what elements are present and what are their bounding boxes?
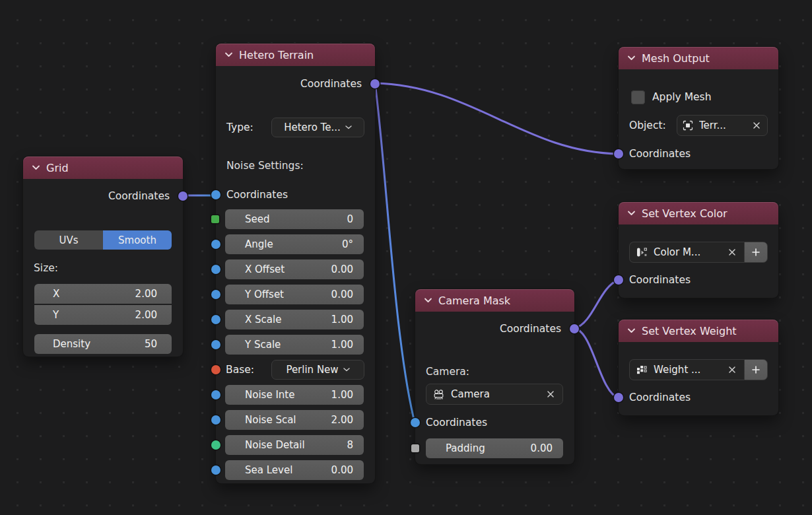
uv-smooth-toggle: UVs Smooth xyxy=(34,230,172,250)
param-value: 0.00 xyxy=(331,464,353,476)
clear-color-layer-button[interactable] xyxy=(727,247,737,258)
input-label: Coordinates xyxy=(629,148,691,160)
node-set-vertex-weight-header[interactable]: Set Vertex Weight xyxy=(619,320,778,342)
input-socket-padding[interactable] xyxy=(411,444,419,452)
node-title: Set Vertex Weight xyxy=(642,325,737,337)
chevron-down-icon[interactable] xyxy=(32,165,40,170)
object-field[interactable]: Terr... xyxy=(677,115,768,136)
node-link[interactable] xyxy=(575,328,619,398)
param-label: Noise Inte xyxy=(245,389,294,401)
clear-object-button[interactable] xyxy=(751,120,762,131)
node-set-vertex-color-header[interactable]: Set Vertex Color xyxy=(619,202,778,224)
vertex-color-icon xyxy=(636,247,648,258)
clear-camera-button[interactable] xyxy=(545,389,556,399)
color-layer-field[interactable]: Color M... xyxy=(629,242,744,263)
param-seed[interactable]: Seed 0 xyxy=(225,209,364,229)
param-noise-detail[interactable]: Noise Detail 8 xyxy=(225,435,364,455)
param-y-offset[interactable]: Y Offset 0.00 xyxy=(225,285,364,304)
base-dropdown[interactable]: Perlin New xyxy=(271,360,364,380)
param-x-offset[interactable]: X Offset 0.00 xyxy=(225,259,364,279)
chevron-down-icon[interactable] xyxy=(224,52,233,57)
chevron-down-icon[interactable] xyxy=(627,328,636,333)
node-mesh-output[interactable]: Mesh Output Apply Mesh Object: Terr... C… xyxy=(619,47,778,169)
size-field-group: X 2.00 Y 2.00 xyxy=(34,284,172,325)
chevron-down-icon xyxy=(345,125,352,129)
param-angle[interactable]: Angle 0° xyxy=(225,234,364,254)
node-hetero-terrain[interactable]: Hetero Terrain Coordinates Type: Hetero … xyxy=(216,44,375,483)
node-editor-canvas[interactable]: Grid Coordinates UVs Smooth Size: X 2.00… xyxy=(0,0,812,515)
camera-object-field[interactable]: Camera xyxy=(426,384,563,405)
param-label: X Offset xyxy=(245,263,285,275)
close-icon xyxy=(728,366,736,374)
node-mesh-output-header[interactable]: Mesh Output xyxy=(619,47,778,69)
param-noise-intensity[interactable]: Noise Inte 1.00 xyxy=(225,385,364,405)
chevron-down-icon[interactable] xyxy=(627,211,636,216)
param-y-scale[interactable]: Y Scale 1.00 xyxy=(225,335,364,355)
vertex-weight-icon xyxy=(636,364,648,375)
input-label: Coordinates xyxy=(629,392,691,403)
node-grid[interactable]: Grid Coordinates UVs Smooth Size: X 2.00… xyxy=(23,156,183,357)
input-label: Coordinates xyxy=(426,417,487,429)
toggle-option-smooth[interactable]: Smooth xyxy=(103,230,172,250)
size-x-field[interactable]: X 2.00 xyxy=(34,284,172,304)
apply-mesh-checkbox[interactable] xyxy=(631,90,645,104)
density-field[interactable]: Density 50 xyxy=(34,334,172,354)
input-socket-sea-level[interactable] xyxy=(211,465,220,475)
output-socket-coordinates[interactable] xyxy=(178,191,187,201)
param-noise-scale[interactable]: Noise Scal 2.00 xyxy=(225,410,364,430)
chevron-down-icon[interactable] xyxy=(424,298,432,303)
param-value: 1.00 xyxy=(331,314,353,326)
node-title: Set Vertex Color xyxy=(642,207,727,220)
input-socket-y-scale[interactable] xyxy=(211,340,220,349)
node-camera-mask[interactable]: Camera Mask Coordinates Camera: Camera C… xyxy=(415,289,574,464)
weight-group-field[interactable]: Weight ... xyxy=(629,359,744,380)
output-socket-coordinates[interactable] xyxy=(570,324,579,333)
size-section-label: Size: xyxy=(34,260,183,276)
param-value: 0.00 xyxy=(331,289,353,300)
input-socket-coordinates[interactable] xyxy=(211,190,220,199)
param-sea-level[interactable]: Sea Level 0.00 xyxy=(225,460,364,480)
input-socket-seed[interactable] xyxy=(211,215,219,223)
node-set-vertex-color[interactable]: Set Vertex Color Color M... Coo xyxy=(619,202,778,298)
input-socket-coordinates[interactable] xyxy=(411,418,420,427)
input-socket-x-scale[interactable] xyxy=(211,315,220,324)
param-label: Noise Scal xyxy=(245,414,296,426)
node-set-vertex-weight[interactable]: Set Vertex Weight Weight ... xyxy=(619,320,778,415)
node-link[interactable] xyxy=(575,280,619,328)
node-hetero-terrain-header[interactable]: Hetero Terrain xyxy=(216,44,375,66)
node-grid-header[interactable]: Grid xyxy=(23,156,183,179)
node-link[interactable] xyxy=(375,83,415,425)
param-label: Y Offset xyxy=(245,289,284,300)
param-label: Seed xyxy=(245,213,270,225)
padding-field[interactable]: Padding 0.00 xyxy=(426,438,563,458)
input-socket-coordinates[interactable] xyxy=(614,275,623,285)
node-link[interactable] xyxy=(375,83,619,154)
input-socket-noise-detail[interactable] xyxy=(211,440,220,450)
input-socket-y-offset[interactable] xyxy=(211,290,220,299)
param-value: 0.00 xyxy=(531,442,553,454)
size-y-field[interactable]: Y 2.00 xyxy=(34,305,172,325)
param-value: 0° xyxy=(342,238,353,250)
input-socket-angle[interactable] xyxy=(211,240,220,249)
input-socket-noise-intensity[interactable] xyxy=(211,390,220,399)
add-weight-group-button[interactable] xyxy=(744,359,768,380)
input-socket-x-offset[interactable] xyxy=(211,265,220,274)
chevron-down-icon[interactable] xyxy=(627,55,636,61)
input-socket-noise-scale[interactable] xyxy=(211,415,220,425)
clear-weight-group-button[interactable] xyxy=(727,364,737,375)
input-socket-base[interactable] xyxy=(211,365,220,374)
param-value: 1.00 xyxy=(331,339,353,351)
type-dropdown[interactable]: Hetero Te... xyxy=(271,118,364,137)
param-x-scale[interactable]: X Scale 1.00 xyxy=(225,310,364,329)
plus-icon xyxy=(751,248,761,257)
toggle-option-uvs[interactable]: UVs xyxy=(34,230,103,250)
param-label: Y Scale xyxy=(245,339,281,351)
param-label: Padding xyxy=(446,442,485,454)
output-socket-coordinates[interactable] xyxy=(370,79,380,88)
close-icon xyxy=(728,248,736,256)
apply-mesh-label: Apply Mesh xyxy=(652,91,712,103)
input-socket-coordinates[interactable] xyxy=(614,149,623,158)
node-camera-mask-header[interactable]: Camera Mask xyxy=(415,289,574,312)
input-socket-coordinates[interactable] xyxy=(614,393,623,402)
add-color-layer-button[interactable] xyxy=(744,242,768,263)
